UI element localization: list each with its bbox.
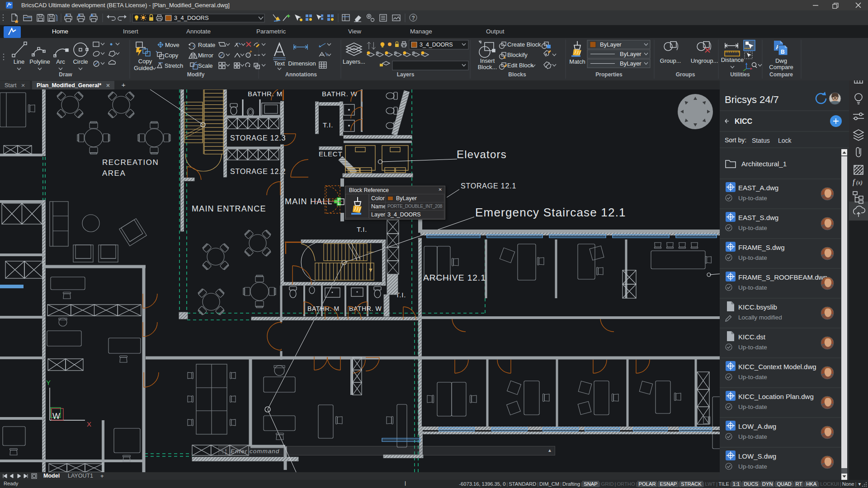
svg-text:Layers...: Layers... [343,58,365,65]
svg-text:AREA: AREA [102,169,126,178]
svg-text:Locally modified: Locally modified [738,314,782,321]
svg-text:Up-to-date: Up-to-date [738,225,767,231]
svg-text:Block...: Block... [478,64,497,70]
svg-text:X: X [87,420,91,428]
svg-text:?: ? [412,15,415,21]
svg-text:Insert: Insert [480,57,495,64]
svg-text:Elevators: Elevators [457,148,507,160]
svg-text:LOW_S.dwg: LOW_S.dwg [738,452,776,460]
svg-text:Match: Match [569,58,585,65]
svg-text:Properties: Properties [595,71,623,78]
svg-text:FRAME_S_ROOFBEAM.dwg: FRAME_S_ROOFBEAM.dwg [738,273,827,281]
svg-text:Up-to-date: Up-to-date [738,284,767,291]
svg-text:Up-to-date: Up-to-date [738,344,767,351]
svg-text:BATHR. W: BATHR. W [349,305,382,312]
svg-text:Annotations: Annotations [285,71,317,78]
svg-text:B: B [781,49,785,55]
svg-text:FRAME_S.dwg: FRAME_S.dwg [738,244,785,251]
svg-text:EAST_A.dwg: EAST_A.dwg [738,184,778,192]
svg-text:Circle: Circle [73,58,88,65]
svg-text:Compare: Compare [769,71,793,78]
svg-text:STORAGE 12.3: STORAGE 12.3 [230,134,286,142]
svg-text:Distance: Distance [721,56,744,63]
svg-text:Layers: Layers [397,71,415,78]
svg-text:ByLayer: ByLayer [620,51,642,57]
svg-text:ARCHIVE 12.1: ARCHIVE 12.1 [423,273,486,282]
svg-text:(x): (x) [856,179,862,186]
svg-text:Emergency Staircase 12.1: Emergency Staircase 12.1 [475,206,626,219]
svg-text:Text: Text [274,60,285,67]
svg-text:Status: Status [752,137,770,144]
svg-text:Modify: Modify [187,71,205,78]
svg-text:Copy: Copy [165,52,179,59]
svg-text:Sort by:: Sort by: [725,136,746,144]
svg-text:Up-to-date: Up-to-date [738,254,767,261]
svg-text:T.I.: T.I. [323,121,333,129]
svg-text:Up-to-date: Up-to-date [738,463,767,470]
svg-text:KICC.dst: KICC.dst [738,333,766,341]
svg-text:Y: Y [46,379,51,386]
svg-text:ELECT: ELECT [319,150,342,158]
svg-text:Dwg: Dwg [775,57,787,64]
svg-text:Guided: Guided [134,65,153,71]
svg-text:MAIN ENTRANCE: MAIN ENTRANCE [192,204,266,213]
svg-text:3_4_DOORS: 3_4_DOORS [174,14,209,21]
svg-text:Up-to-date: Up-to-date [738,374,767,380]
svg-text:Up-to-date: Up-to-date [738,433,767,440]
svg-text:KICC: KICC [735,117,753,125]
svg-text:ByLayer: ByLayer [620,60,642,67]
svg-text:BATHR. M: BATHR. M [248,90,283,98]
svg-text:Group...: Group... [660,57,681,64]
svg-text:Blocks: Blocks [508,71,526,78]
svg-text:Move: Move [165,42,179,48]
svg-text:Rotate: Rotate [198,42,215,48]
svg-text:Groups: Groups [676,71,695,78]
svg-text:Line: Line [14,58,25,65]
svg-text:Up-to-date: Up-to-date [738,404,767,410]
svg-text:STORAGE 12.2: STORAGE 12.2 [230,168,286,175]
svg-text:Architectural_1: Architectural_1 [741,160,787,168]
svg-text:3_4_DOORS: 3_4_DOORS [420,42,453,48]
svg-text:STORAGE 12.1: STORAGE 12.1 [461,182,516,190]
svg-text:ByLayer: ByLayer [600,41,622,48]
svg-text:BATHR. M: BATHR. M [307,305,340,312]
svg-text:EAST_S.dwg: EAST_S.dwg [738,214,778,221]
svg-text:Mirror: Mirror [198,52,214,59]
svg-text:W: W [52,412,60,421]
svg-text:Dimension: Dimension [288,60,316,67]
svg-text:LOW_A.dwg: LOW_A.dwg [738,422,776,430]
svg-text:Stretch: Stretch [165,62,183,69]
svg-text:Compare: Compare [769,64,793,70]
svg-text:Utilities: Utilities [730,71,750,78]
svg-text:T.I.: T.I. [357,225,367,233]
svg-text:Lock: Lock [778,137,792,144]
svg-text:Create Block: Create Block [507,41,541,48]
svg-text:KICC.bsyslib: KICC.bsyslib [738,303,777,311]
svg-text:Bricsys 24/7: Bricsys 24/7 [725,94,779,105]
svg-text:Polyline: Polyline [29,58,50,65]
svg-text:KICC_Location Plan.dwg: KICC_Location Plan.dwg [738,393,814,400]
svg-text:Up-to-date: Up-to-date [738,195,767,202]
svg-text:Edit Block: Edit Block [507,62,533,69]
svg-text:Blockify: Blockify [507,52,528,58]
svg-text:RECREATION: RECREATION [102,158,159,167]
svg-text:Ungroup...: Ungroup... [691,57,718,64]
svg-text:KICC_Context Model.dwg: KICC_Context Model.dwg [738,363,816,371]
svg-text:Arc: Arc [56,58,65,65]
svg-text:Scale: Scale [198,62,213,69]
svg-text:Draw: Draw [59,71,72,78]
svg-text:Copy: Copy [138,58,152,65]
